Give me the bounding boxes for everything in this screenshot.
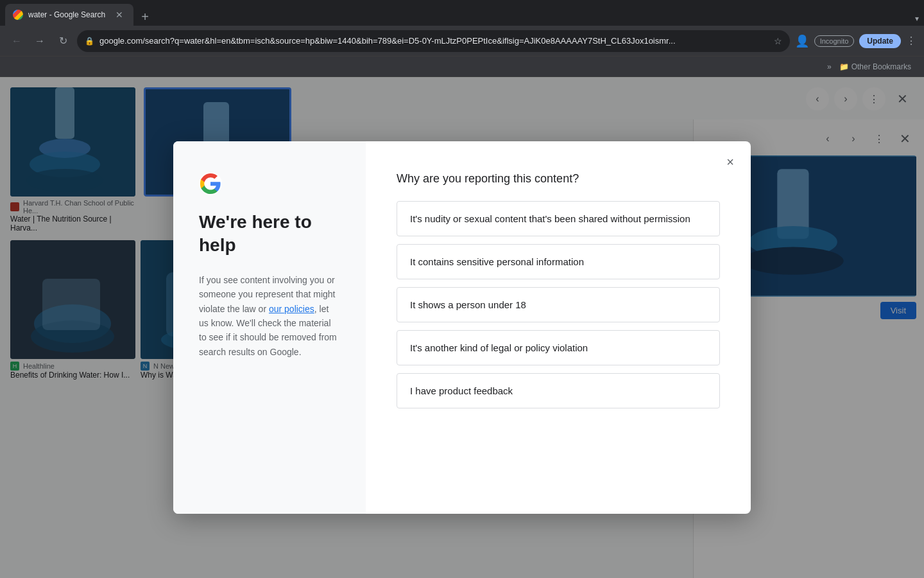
back-button[interactable]: ← <box>8 32 26 50</box>
report-option-4[interactable]: It's another kind of legal or policy vio… <box>397 330 720 365</box>
address-bar: ← → ↻ 🔒 google.com/search?q=water&hl=en&… <box>0 26 924 57</box>
url-text: google.com/search?q=water&hl=en&tbm=isch… <box>99 36 769 46</box>
bookmark-star-icon[interactable]: ☆ <box>774 36 782 46</box>
incognito-badge: Incognito <box>814 35 855 47</box>
tab-chevron-down-icon[interactable]: ▾ <box>915 14 919 23</box>
bookmarks-bar: » 📁 Other Bookmarks <box>0 57 924 77</box>
forward-button[interactable]: → <box>31 32 49 50</box>
bookmarks-expand-icon[interactable]: » <box>827 62 832 71</box>
address-bar-right: 👤 Incognito Update ⋮ <box>795 34 916 48</box>
modal-title: We're here to help <box>199 211 340 258</box>
report-option-5[interactable]: I have product feedback <box>397 373 720 408</box>
profile-icon[interactable]: 👤 <box>795 34 809 48</box>
modal-close-button[interactable]: × <box>720 152 740 172</box>
report-option-2[interactable]: It contains sensitive personal informati… <box>397 244 720 279</box>
lock-icon: 🔒 <box>85 37 94 46</box>
tab-right-controls: ▾ <box>915 14 919 26</box>
refresh-icon: ↻ <box>59 35 67 47</box>
modal-left-panel: We're here to help If you see content in… <box>173 141 366 514</box>
chrome-menu-button[interactable]: ⋮ <box>906 35 916 47</box>
modal-description: If you see content involving you or some… <box>199 273 340 359</box>
close-icon: × <box>726 155 734 170</box>
forward-icon: → <box>35 35 45 47</box>
tab-favicon <box>13 10 23 20</box>
refresh-button[interactable]: ↻ <box>54 32 72 50</box>
tab-close-button[interactable]: ✕ <box>113 8 126 21</box>
omnibox[interactable]: 🔒 google.com/search?q=water&hl=en&tbm=is… <box>77 30 790 52</box>
back-icon: ← <box>12 35 22 47</box>
modal-right-panel: × Why are you reporting this content? It… <box>366 141 751 514</box>
report-option-3[interactable]: It shows a person under 18 <box>397 287 720 322</box>
report-modal: We're here to help If you see content in… <box>173 141 751 514</box>
our-policies-link[interactable]: our policies <box>269 304 314 314</box>
update-button[interactable]: Update <box>859 34 901 48</box>
modal-question: Why are you reporting this content? <box>397 172 720 186</box>
active-tab[interactable]: water - Google Search ✕ <box>5 4 133 26</box>
folder-icon: 📁 <box>839 62 849 71</box>
other-bookmarks-label: Other Bookmarks <box>851 62 911 71</box>
google-g-logo <box>199 172 222 195</box>
tab-title: water - Google Search <box>28 10 108 19</box>
chrome-browser: water - Google Search ✕ + ▾ ← → ↻ 🔒 goog… <box>0 0 924 578</box>
other-bookmarks-button[interactable]: 📁 Other Bookmarks <box>834 60 916 74</box>
new-tab-button[interactable]: + <box>136 8 154 26</box>
report-option-1[interactable]: It's nudity or sexual content that's bee… <box>397 201 720 236</box>
main-content: Google 🎤 📷 🔍 ⚙ ⠿ Sign in <box>0 77 924 578</box>
tab-bar: water - Google Search ✕ + ▾ <box>0 0 924 26</box>
